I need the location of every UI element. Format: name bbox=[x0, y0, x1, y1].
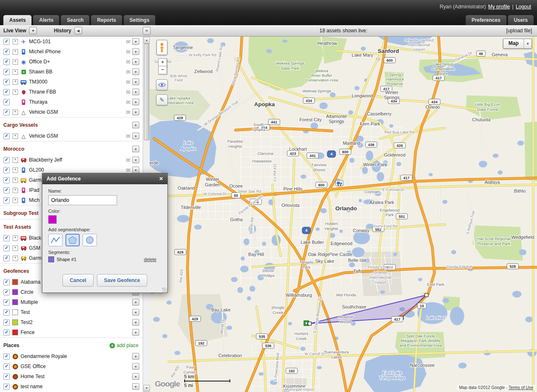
expand-icon[interactable]: + bbox=[13, 256, 18, 261]
menu-button[interactable]: ▾ bbox=[132, 309, 139, 316]
menu-button[interactable]: ▾ bbox=[132, 373, 139, 380]
scroll-up-icon[interactable]: ▲ bbox=[143, 37, 150, 44]
asset-checkbox[interactable]: ✓ bbox=[3, 39, 10, 45]
menu-button[interactable]: ▾ bbox=[132, 383, 139, 390]
asset-checkbox[interactable]: ✓ bbox=[3, 79, 10, 85]
map-type-control[interactable]: Map ▼ bbox=[503, 39, 532, 49]
expand-icon[interactable]: + bbox=[13, 188, 18, 193]
icon-cell[interactable]: ✈ bbox=[20, 39, 27, 44]
tab-search[interactable]: Search bbox=[61, 15, 89, 25]
asset-checkbox[interactable]: ✓ bbox=[3, 99, 10, 105]
menu-button[interactable]: ▾ bbox=[132, 146, 139, 152]
asset-checkbox[interactable]: ✓ bbox=[3, 59, 10, 65]
mail-icon[interactable]: ✉ bbox=[126, 79, 130, 85]
menu-button[interactable]: ▾ bbox=[132, 319, 139, 326]
live-view-dropdown-icon[interactable]: ▼ bbox=[29, 27, 37, 34]
logout-link[interactable]: Logout bbox=[516, 4, 531, 10]
cancel-button[interactable]: Cancel bbox=[63, 274, 93, 287]
menu-button[interactable]: ▾ bbox=[132, 167, 139, 173]
geofence-checkbox[interactable]: ✓ bbox=[3, 329, 10, 336]
close-icon[interactable]: ✕ bbox=[159, 176, 163, 182]
history-back-icon[interactable]: ◀ bbox=[74, 27, 82, 34]
asset-checkbox[interactable]: ✓ bbox=[3, 245, 10, 251]
tab-assets[interactable]: Assets bbox=[3, 15, 31, 25]
mail-icon[interactable]: ✉ bbox=[126, 39, 130, 45]
scrollbar-thumb[interactable] bbox=[144, 44, 149, 140]
place-checkbox[interactable]: ✓ bbox=[3, 353, 10, 360]
my-profile-link[interactable]: My profile bbox=[488, 4, 510, 10]
map-area[interactable]: 4174174174174294294294414414085285285043… bbox=[150, 37, 537, 392]
menu-button[interactable]: ▾ bbox=[132, 48, 139, 55]
expand-icon[interactable]: + bbox=[13, 133, 18, 139]
mail-icon[interactable]: ✉ bbox=[126, 49, 130, 55]
mail-icon[interactable]: ✉ bbox=[126, 89, 130, 95]
tab-settings[interactable]: Settings bbox=[124, 15, 155, 25]
geofence-checkbox[interactable]: ✓ bbox=[3, 309, 10, 316]
tab-preferences[interactable]: Preferences bbox=[466, 15, 506, 25]
menu-button[interactable]: ▾ bbox=[132, 58, 139, 65]
measure-tool-button[interactable]: ✎ bbox=[156, 94, 168, 105]
mail-icon[interactable]: ✉ bbox=[126, 109, 130, 115]
mail-icon[interactable]: ✉ bbox=[126, 167, 130, 173]
expand-icon[interactable]: + bbox=[13, 157, 18, 163]
zoom-in-button[interactable]: + bbox=[158, 58, 167, 67]
mail-icon[interactable]: ✉ bbox=[126, 133, 130, 139]
map-type-caret-icon[interactable]: ▼ bbox=[524, 39, 532, 48]
menu-button[interactable]: ▾ bbox=[132, 109, 139, 115]
expand-icon[interactable]: + bbox=[13, 89, 18, 95]
street-view-pegman[interactable] bbox=[156, 40, 167, 55]
menu-button[interactable]: ▾ bbox=[132, 157, 139, 163]
save-geofence-button[interactable]: Save Geofence bbox=[97, 274, 147, 287]
menu-button[interactable]: ▾ bbox=[132, 329, 139, 336]
menu-button[interactable]: ▾ bbox=[132, 299, 139, 306]
delete-segment-link[interactable]: delete bbox=[144, 257, 156, 262]
menu-button[interactable]: ▾ bbox=[132, 122, 139, 128]
asset-checkbox[interactable]: ✓ bbox=[3, 133, 10, 139]
asset-checkbox[interactable]: ✓ bbox=[3, 49, 10, 55]
asset-checkbox[interactable]: ✓ bbox=[3, 89, 10, 95]
expand-icon[interactable]: + bbox=[13, 49, 18, 55]
mail-icon[interactable]: ✉ bbox=[126, 59, 130, 65]
asset-checkbox[interactable]: ✓ bbox=[3, 167, 10, 173]
menu-button[interactable]: ▾ bbox=[132, 68, 139, 75]
expand-icon[interactable]: + bbox=[13, 79, 18, 85]
upload-file-link[interactable]: [upload file] bbox=[506, 28, 532, 34]
mail-icon[interactable]: ✉ bbox=[126, 157, 130, 163]
geofence-name-input[interactable] bbox=[48, 195, 117, 205]
add-place-link[interactable]: +add place bbox=[109, 342, 138, 348]
menu-button[interactable]: ▾ bbox=[132, 78, 139, 85]
expand-icon[interactable]: + bbox=[13, 69, 18, 75]
expand-icon[interactable]: + bbox=[13, 110, 18, 115]
expand-icon[interactable]: + bbox=[13, 167, 18, 173]
geofence-checkbox[interactable]: ✓ bbox=[3, 319, 10, 326]
tab-users[interactable]: Users bbox=[508, 15, 534, 25]
asset-checkbox[interactable]: ✓ bbox=[3, 69, 10, 75]
expand-icon[interactable]: + bbox=[13, 178, 18, 183]
icon-cell[interactable]: ◉ bbox=[20, 59, 27, 65]
geofence-checkbox[interactable]: ✓ bbox=[3, 299, 10, 306]
geofence-checkbox[interactable]: ✓ bbox=[3, 279, 10, 285]
terms-link[interactable]: Terms of Use bbox=[508, 385, 533, 390]
menu-button[interactable]: ▾ bbox=[132, 363, 139, 370]
asset-checkbox[interactable]: ✓ bbox=[3, 187, 10, 193]
tab-reports[interactable]: Reports bbox=[91, 15, 122, 25]
polyline-shape-button[interactable] bbox=[48, 234, 63, 246]
asset-checkbox[interactable]: ✓ bbox=[3, 255, 10, 261]
color-swatch[interactable] bbox=[48, 215, 57, 224]
place-checkbox[interactable]: ✓ bbox=[3, 374, 10, 380]
scroll-down-icon[interactable]: ▼ bbox=[143, 385, 150, 392]
map-type-label[interactable]: Map bbox=[503, 39, 524, 48]
asset-checkbox[interactable]: ✓ bbox=[3, 109, 10, 115]
resize-handle-icon[interactable] bbox=[162, 287, 167, 292]
expand-icon[interactable]: + bbox=[13, 39, 18, 44]
menu-button[interactable]: ▾ bbox=[132, 89, 139, 95]
menu-button[interactable]: ▾ bbox=[132, 133, 139, 139]
circle-shape-button[interactable] bbox=[83, 234, 97, 246]
expand-icon[interactable]: + bbox=[13, 198, 18, 203]
tab-alerts[interactable]: Alerts bbox=[33, 15, 59, 25]
icon-cell[interactable]: △ bbox=[20, 133, 27, 139]
asset-checkbox[interactable]: ✓ bbox=[3, 197, 10, 204]
geofence-checkbox[interactable]: ✓ bbox=[3, 289, 10, 295]
place-checkbox[interactable]: ✓ bbox=[3, 363, 10, 370]
asset-checkbox[interactable]: ✓ bbox=[3, 177, 10, 183]
